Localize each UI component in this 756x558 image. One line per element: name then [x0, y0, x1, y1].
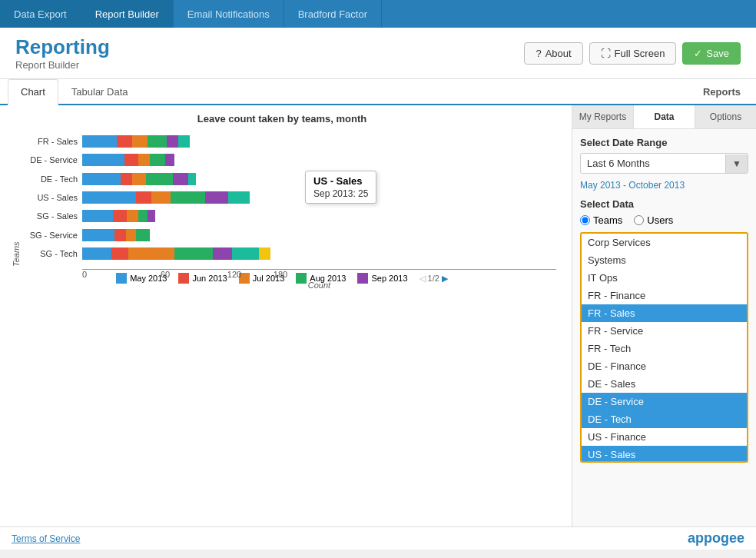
- brand-logo: appogee: [688, 530, 744, 546]
- top-nav-item-email-notifications[interactable]: Email Notifications: [174, 0, 284, 28]
- sub-tabs: Chart Tabular Data Reports: [0, 79, 756, 105]
- list-item[interactable]: US - Finance: [582, 428, 747, 446]
- bar-label: US - Sales: [21, 193, 82, 202]
- date-range-title: Select Date Range: [580, 137, 748, 148]
- top-nav: Data ExportReport BuilderEmail Notificat…: [0, 0, 756, 28]
- list-item[interactable]: Corp Services: [582, 234, 747, 251]
- list-item-de-tech[interactable]: DE - Tech: [582, 410, 747, 428]
- bar-segments: [82, 229, 150, 241]
- save-button[interactable]: ✓ Save: [682, 42, 741, 65]
- right-panel: My Reports Data Options Select Date Rang…: [572, 105, 756, 526]
- list-item-us-sales[interactable]: US - Sales: [582, 446, 747, 463]
- chart-area: Leave count taken by teams, month Teams …: [0, 105, 572, 526]
- select-data-title: Select Data: [580, 198, 748, 210]
- x-axis-label: Count: [82, 281, 556, 290]
- bar-label: DE - Service: [21, 155, 82, 164]
- top-nav-item-data-export[interactable]: Data Export: [0, 0, 81, 28]
- right-panel-tabs: My Reports Data Options: [572, 105, 756, 129]
- list-item-fr-sales[interactable]: FR - Sales: [582, 304, 747, 322]
- brand-text: app: [688, 530, 712, 546]
- terms-of-service-link[interactable]: Terms of Service: [12, 533, 80, 544]
- bar-segments: [82, 210, 155, 222]
- table-row: SG - Service: [21, 228, 556, 243]
- radio-users[interactable]: Users: [634, 214, 673, 226]
- date-range-select[interactable]: Last 6 Months Last 3 Months Last Year Cu…: [580, 153, 748, 174]
- list-item[interactable]: FR - Finance: [582, 287, 747, 304]
- tab-options[interactable]: Options: [695, 105, 756, 128]
- table-row: SG - Sales: [21, 208, 556, 224]
- bar-label: SG - Sales: [21, 211, 82, 221]
- list-item[interactable]: DE - Sales: [582, 375, 747, 393]
- main-content: Leave count taken by teams, month Teams …: [0, 105, 756, 526]
- page-title: Reporting: [15, 35, 110, 59]
- chevron-down-icon: ▼: [725, 154, 748, 173]
- list-item[interactable]: Systems: [582, 251, 747, 269]
- table-row: DE - Service: [21, 152, 556, 168]
- y-axis-label: Teams: [8, 128, 21, 267]
- top-nav-item-bradford-factor[interactable]: Bradford Factor: [284, 0, 382, 28]
- header-actions: ? About ⛶ Full Screen ✓ Save: [524, 42, 741, 65]
- bars-container: US - Sales Sep 2013: 25 FR - Sales: [21, 128, 556, 267]
- table-row: US - Sales: [21, 190, 556, 205]
- tab-data[interactable]: Data: [634, 105, 695, 128]
- table-row: FR - Sales: [21, 134, 556, 149]
- table-row: DE - Tech: [21, 171, 556, 187]
- right-panel-content: Select Date Range Last 6 Months Last 3 M…: [572, 129, 756, 526]
- bar-segments: [82, 247, 270, 260]
- top-nav-item-report-builder[interactable]: Report Builder: [81, 0, 174, 28]
- tab-tabular-data[interactable]: Tabular Data: [58, 79, 141, 105]
- bar-label: SG - Tech: [21, 249, 82, 258]
- teams-list[interactable]: Corp Services Systems IT Ops FR - Financ…: [580, 232, 748, 463]
- date-range-dropdown[interactable]: Last 6 Months Last 3 Months Last Year Cu…: [581, 154, 725, 173]
- bar-segments: [82, 154, 174, 166]
- bar-label: DE - Tech: [21, 174, 82, 184]
- tab-my-reports[interactable]: My Reports: [572, 105, 634, 128]
- header: Reporting Report Builder ? About ⛶ Full …: [0, 28, 756, 79]
- radio-group: Teams Users: [580, 214, 748, 226]
- list-item[interactable]: FR - Service: [582, 322, 747, 340]
- date-display: May 2013 - October 2013: [580, 180, 748, 191]
- chart-title: Leave count taken by teams, month: [8, 113, 556, 125]
- tab-chart[interactable]: Chart: [8, 79, 58, 105]
- bar-segments: [82, 173, 196, 185]
- radio-teams[interactable]: Teams: [580, 214, 622, 226]
- table-row: SG - Tech: [21, 246, 556, 261]
- bar-label: FR - Sales: [21, 137, 82, 146]
- about-button[interactable]: ? About: [524, 42, 582, 65]
- reports-label: Reports: [703, 86, 741, 98]
- list-item[interactable]: DE - Finance: [582, 357, 747, 375]
- header-left: Reporting Report Builder: [15, 35, 110, 71]
- checkmark-icon: ✓: [694, 48, 702, 59]
- fullscreen-button[interactable]: ⛶ Full Screen: [589, 42, 677, 65]
- help-icon: ?: [536, 48, 541, 59]
- list-item[interactable]: IT Ops: [582, 269, 747, 287]
- list-item[interactable]: FR - Tech: [582, 340, 747, 357]
- fullscreen-icon: ⛶: [601, 48, 611, 59]
- footer: Terms of Service appogee: [0, 526, 756, 550]
- bar-label: SG - Service: [21, 231, 82, 240]
- bar-segments: [82, 191, 250, 204]
- list-item-de-service[interactable]: DE - Service: [582, 393, 747, 410]
- brand-highlight: ogee: [712, 530, 744, 546]
- page-subtitle: Report Builder: [15, 59, 110, 71]
- bar-segments: [82, 135, 190, 148]
